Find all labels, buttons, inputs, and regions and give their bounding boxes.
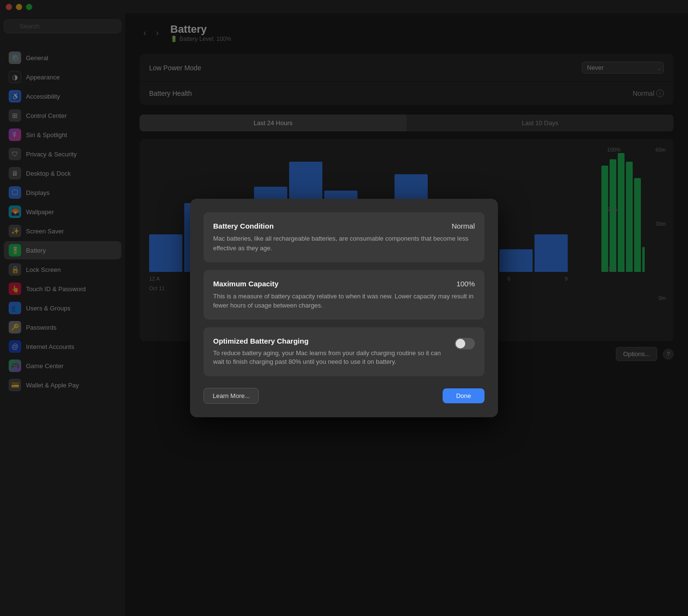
battery-condition-title: Battery Condition — [213, 222, 274, 230]
maximum-capacity-title: Maximum Capacity — [213, 280, 279, 288]
battery-condition-section: Battery Condition Normal Mac batteries, … — [204, 212, 484, 262]
learn-more-button[interactable]: Learn More... — [204, 388, 259, 404]
battery-health-modal: Battery Condition Normal Mac batteries, … — [190, 199, 498, 417]
optimized-charging-section: Optimized Battery Charging To reduce bat… — [204, 327, 484, 376]
battery-condition-desc: Mac batteries, like all rechargeable bat… — [213, 235, 468, 251]
maximum-capacity-value: 100% — [457, 280, 475, 288]
maximum-capacity-section: Maximum Capacity 100% This is a measure … — [204, 270, 484, 320]
toggle-knob — [456, 339, 465, 348]
battery-condition-header: Battery Condition Normal — [213, 222, 475, 230]
optimized-charging-toggle[interactable] — [455, 338, 475, 349]
maximum-capacity-desc: This is a measure of battery capacity re… — [213, 293, 473, 309]
optimized-charging-toggle-row: Optimized Battery Charging To reduce bat… — [213, 337, 475, 366]
maximum-capacity-header: Maximum Capacity 100% — [213, 280, 475, 288]
battery-condition-value: Normal — [452, 222, 475, 230]
modal-buttons: Learn More... Done — [204, 388, 484, 404]
optimized-charging-title: Optimized Battery Charging — [213, 337, 447, 345]
optimized-charging-desc: To reduce battery aging, your Mac learns… — [213, 349, 447, 366]
done-button[interactable]: Done — [443, 388, 484, 403]
modal-overlay: Battery Condition Normal Mac batteries, … — [0, 0, 688, 616]
optimized-charging-text: Optimized Battery Charging To reduce bat… — [213, 337, 447, 366]
